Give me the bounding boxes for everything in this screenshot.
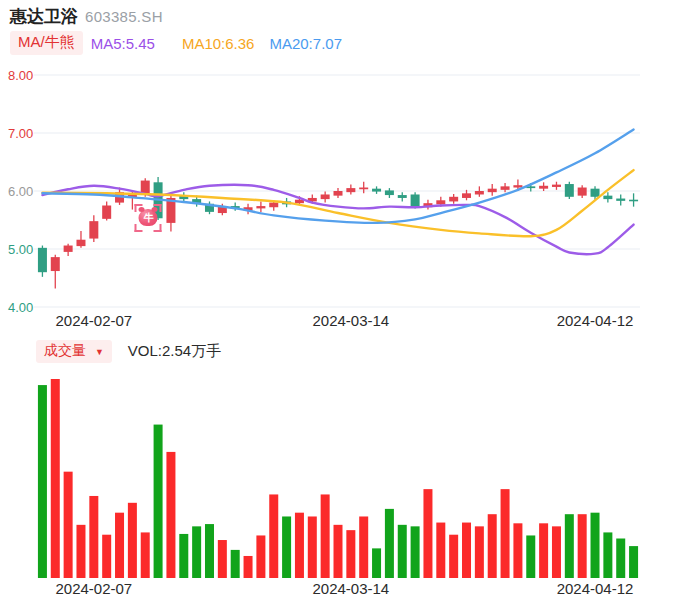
volume-bar[interactable] [218, 540, 227, 578]
candle-body[interactable] [372, 189, 381, 192]
candle-body[interactable] [385, 190, 394, 195]
candle-body[interactable] [436, 200, 445, 204]
volume-bar[interactable] [513, 523, 522, 578]
y-axis-tick-label: 7.00 [8, 126, 33, 141]
volume-bar[interactable] [501, 489, 510, 578]
candle-body[interactable] [256, 206, 265, 208]
dropdown-arrow-icon: ▼ [95, 347, 104, 357]
candle-body[interactable] [578, 188, 587, 196]
volume-bar[interactable] [372, 548, 381, 578]
volume-bar[interactable] [423, 489, 432, 578]
volume-bar[interactable] [128, 503, 137, 578]
marker-corner [135, 224, 143, 232]
stock-name: 惠达卫浴 [10, 5, 78, 28]
candle-body[interactable] [269, 203, 278, 208]
candle-body[interactable] [38, 248, 47, 272]
candle-body[interactable] [616, 199, 625, 201]
volume-bar[interactable] [578, 514, 587, 578]
volume-bar[interactable] [603, 532, 612, 578]
volume-bar[interactable] [359, 516, 368, 578]
volume-bar[interactable] [295, 513, 304, 578]
volume-bar[interactable] [616, 539, 625, 578]
candle-body[interactable] [359, 188, 368, 190]
volume-bar[interactable] [321, 494, 330, 578]
candle-body[interactable] [89, 221, 98, 238]
volume-bar[interactable] [179, 534, 188, 578]
volume-bar[interactable] [462, 523, 471, 578]
candle-body[interactable] [565, 184, 574, 197]
volume-bar[interactable] [38, 385, 47, 578]
candle-body[interactable] [603, 196, 612, 199]
volume-bar[interactable] [475, 526, 484, 578]
volume-bar[interactable] [256, 535, 265, 578]
volume-bar[interactable] [436, 523, 445, 578]
y-axis-tick-label: 8.00 [8, 68, 33, 83]
volume-bar[interactable] [308, 516, 317, 578]
candle-body[interactable] [398, 195, 407, 198]
candle-body[interactable] [141, 181, 150, 194]
bull-face-glyph: 牛 [139, 209, 158, 226]
candle-body[interactable] [51, 257, 60, 271]
volume-bar[interactable] [205, 524, 214, 578]
ma5-value-label: MA5:5.45 [91, 35, 155, 52]
volume-bar[interactable] [552, 526, 561, 578]
x-axis-tick-label: 2024-03-14 [312, 312, 389, 329]
y-axis-tick-label: 6.00 [8, 184, 33, 199]
stock-chart-page: 惠达卫浴 603385.SH MA/牛熊 MA5:5.45 MA10:6.36 … [0, 0, 686, 606]
volume-bar[interactable] [591, 513, 600, 578]
volume-value-label: VOL:2.54万手 [128, 342, 221, 361]
volume-bar[interactable] [411, 526, 420, 578]
volume-bar[interactable] [154, 425, 163, 578]
volume-bar[interactable] [76, 525, 85, 578]
volume-bar[interactable] [282, 516, 291, 578]
candle-body[interactable] [501, 186, 510, 189]
candle-body[interactable] [411, 194, 420, 206]
volume-bar[interactable] [346, 530, 355, 578]
candle-body[interactable] [449, 197, 458, 202]
ma-bull-bear-badge[interactable]: MA/牛熊 [10, 31, 83, 55]
volume-bar[interactable] [64, 472, 73, 578]
x-axis-tick-label: 2024-02-07 [55, 312, 132, 329]
candle-body[interactable] [591, 189, 600, 197]
candle-body[interactable] [76, 240, 85, 246]
volume-bar[interactable] [115, 513, 124, 578]
candle-body[interactable] [346, 188, 355, 192]
candle-body[interactable] [334, 191, 343, 196]
candle-body[interactable] [475, 191, 484, 194]
volume-bar[interactable] [244, 556, 253, 578]
volume-bar[interactable] [141, 532, 150, 578]
volume-bar[interactable] [192, 526, 201, 578]
x-axis-tick-label: 2024-04-12 [557, 312, 634, 329]
volume-bar[interactable] [398, 525, 407, 578]
volume-dropdown-badge[interactable]: 成交量 ▼ [36, 340, 112, 363]
volume-bar[interactable] [102, 535, 111, 578]
candle-body[interactable] [629, 200, 638, 202]
volume-bar[interactable] [51, 379, 60, 578]
y-axis-tick-label: 4.00 [8, 300, 33, 315]
volume-bar[interactable] [629, 546, 638, 578]
candle-body[interactable] [64, 246, 73, 252]
marker-corner [154, 224, 162, 232]
volume-bar[interactable] [565, 514, 574, 578]
volume-bar[interactable] [385, 509, 394, 578]
price-candlestick-chart[interactable]: 8.007.006.005.004.002024-02-072024-03-14… [0, 56, 686, 336]
volume-bar[interactable] [269, 494, 278, 578]
candle-body[interactable] [552, 185, 561, 187]
volume-bar[interactable] [231, 550, 240, 578]
volume-bar-chart[interactable]: 2024-02-072024-03-142024-04-12 [0, 372, 686, 606]
candle-body[interactable] [462, 193, 471, 198]
volume-bar[interactable] [89, 496, 98, 578]
bull-signal-icon[interactable]: 牛 [135, 204, 162, 232]
volume-bar[interactable] [539, 523, 548, 578]
candle-body[interactable] [513, 185, 522, 187]
candle-body[interactable] [321, 194, 330, 199]
candle-body[interactable] [539, 186, 548, 189]
candle-body[interactable] [488, 189, 497, 192]
volume-bar[interactable] [166, 452, 175, 578]
page-header: 惠达卫浴 603385.SH [10, 5, 163, 28]
volume-bar[interactable] [449, 535, 458, 578]
candle-body[interactable] [102, 206, 111, 219]
volume-bar[interactable] [488, 514, 497, 578]
volume-bar[interactable] [334, 525, 343, 578]
volume-bar[interactable] [526, 535, 535, 578]
